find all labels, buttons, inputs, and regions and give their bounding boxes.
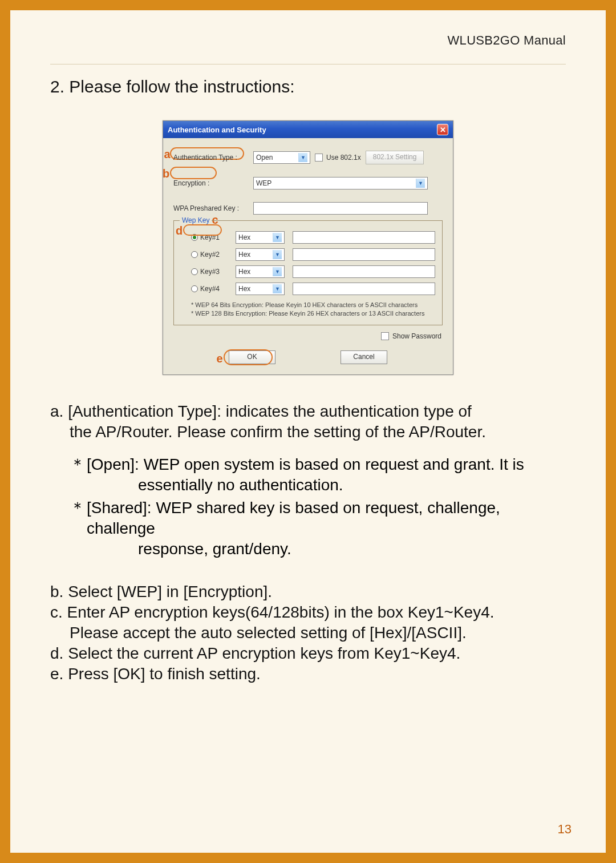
show-password-checkbox[interactable]: Show Password <box>381 332 441 340</box>
auth-security-dialog: Authentication and Security ✕ a Authenti… <box>163 120 453 375</box>
key1-label: Key#1 <box>200 233 220 241</box>
show-password-label: Show Password <box>392 332 441 340</box>
note-a: a. [Authentication Type]: indicates the … <box>50 401 566 442</box>
wpa-psk-input[interactable] <box>253 202 428 215</box>
marker-b: b <box>161 167 171 180</box>
marker-d: d <box>174 224 184 237</box>
key3-label: Key#3 <box>200 268 220 276</box>
auth-type-combo[interactable]: Open ▼ <box>253 151 310 164</box>
key4-radio[interactable]: Key#4 <box>191 285 228 293</box>
key2-input[interactable] <box>293 248 435 261</box>
ok-button[interactable]: OK <box>229 350 275 364</box>
wep-key-legend: Wep Key <box>180 216 212 224</box>
star-icon: ＊ <box>70 498 87 539</box>
auth-type-label: Authentication Type : <box>173 154 249 162</box>
key2-radio[interactable]: Key#2 <box>191 251 228 259</box>
key4-label: Key#4 <box>200 285 220 293</box>
key4-row: Key#4 Hex ▼ <box>181 283 435 295</box>
key2-label: Key#2 <box>200 251 220 259</box>
wpa-psk-row: WPA Preshared Key : <box>173 202 443 215</box>
section-title: 2. Please follow the instructions: <box>50 77 566 96</box>
chevron-down-icon: ▼ <box>298 153 307 162</box>
chevron-down-icon: ▼ <box>273 233 282 242</box>
page-number: 13 <box>558 822 572 837</box>
manual-title: WLUSB2GO Manual <box>50 33 566 48</box>
key3-format-combo[interactable]: Hex ▼ <box>236 265 285 278</box>
close-icon[interactable]: ✕ <box>437 124 448 135</box>
note-open: ＊ [Open]: WEP open system is based on re… <box>70 454 566 495</box>
key4-input[interactable] <box>293 283 435 295</box>
use-8021x-checkbox[interactable]: Use 802.1x <box>315 154 361 162</box>
key1-format-combo[interactable]: Hex ▼ <box>236 231 285 244</box>
chevron-down-icon: ▼ <box>273 250 282 259</box>
key1-input[interactable] <box>293 231 435 244</box>
header-rule <box>50 64 566 64</box>
note-shared: ＊ [Shared]: WEP shared key is based on r… <box>70 498 566 559</box>
cancel-button[interactable]: Cancel <box>341 350 387 364</box>
chevron-down-icon: ▼ <box>416 179 425 188</box>
key1-row: Key#1 Hex ▼ <box>181 231 435 244</box>
marker-a: a <box>162 148 172 161</box>
use-8021x-label: Use 802.1x <box>326 154 361 162</box>
key1-radio[interactable]: Key#1 <box>191 233 228 241</box>
key4-format-combo[interactable]: Hex ▼ <box>236 283 285 295</box>
key3-input[interactable] <box>293 265 435 278</box>
wep-key-fieldset: Wep Key d Key#1 Hex ▼ <box>173 220 443 325</box>
auth-type-value: Open <box>256 154 273 162</box>
encryption-row: Encryption : WEP ▼ <box>173 177 443 189</box>
chevron-down-icon: ▼ <box>273 284 282 293</box>
encryption-label: Encryption : <box>173 179 249 187</box>
wpa-psk-label: WPA Preshared Key : <box>173 204 249 212</box>
wep-hint: * WEP 64 Bits Encryption: Please Keyin 1… <box>181 301 435 318</box>
dialog-titlebar: Authentication and Security ✕ <box>163 121 453 138</box>
encryption-combo[interactable]: WEP ▼ <box>253 177 428 189</box>
key2-format-combo[interactable]: Hex ▼ <box>236 248 285 261</box>
marker-e: e <box>214 352 225 365</box>
chevron-down-icon: ▼ <box>273 267 282 276</box>
key2-row: Key#2 Hex ▼ <box>181 248 435 261</box>
dialog-title: Authentication and Security <box>168 126 266 134</box>
key3-row: Key#3 Hex ▼ <box>181 265 435 278</box>
notes-bcde: b. Select [WEP] in [Encryption]. c. Ente… <box>50 582 566 684</box>
8021x-setting-button: 802.1x Setting <box>366 151 424 164</box>
key3-radio[interactable]: Key#3 <box>191 268 228 276</box>
star-icon: ＊ <box>70 454 87 475</box>
encryption-value: WEP <box>256 179 271 187</box>
auth-type-row: Authentication Type : Open ▼ Use 802.1x … <box>173 151 443 164</box>
